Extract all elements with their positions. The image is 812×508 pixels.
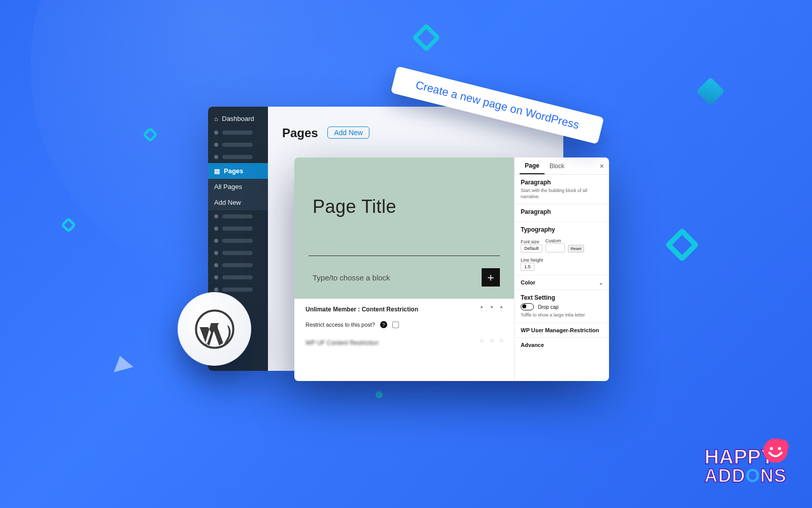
- sidebar-item-placeholder[interactable]: [208, 271, 268, 283]
- brand-line2: ADDONS: [704, 465, 787, 487]
- editor-main: Page Title Type/to chosse a block ＋ Unli…: [294, 157, 515, 381]
- drop-cap-label: Drop cap: [538, 304, 559, 310]
- metabox-controls: ˄ ˅ ˄: [475, 306, 503, 313]
- sidebar-item-dashboard[interactable]: ⌂ Dashboard: [208, 111, 268, 126]
- sidebar-item-placeholder[interactable]: [208, 126, 268, 139]
- metabox-title: Unlimate Member : Content Restriction: [306, 306, 418, 313]
- custom-label: Custom: [546, 238, 565, 243]
- reset-button[interactable]: Reset: [568, 245, 585, 252]
- restrict-checkbox[interactable]: [392, 322, 399, 328]
- chevron-down-icon[interactable]: ˅: [490, 306, 493, 313]
- lineheight-label: Line height: [521, 258, 603, 263]
- sidebar-label: Dashboard: [222, 115, 254, 122]
- section-heading: Advance: [521, 342, 544, 348]
- promo-canvas: ⌂ Dashboard ▤ Pages All Pages Add New Pa…: [0, 0, 812, 508]
- pages-icon: ▤: [214, 168, 220, 175]
- chevron-up-icon[interactable]: ˄: [480, 306, 483, 313]
- sidebar-item-placeholder[interactable]: [208, 235, 268, 247]
- font-size-select[interactable]: Default: [521, 244, 543, 252]
- close-icon[interactable]: ×: [600, 162, 604, 170]
- wordpress-logo-badge: [178, 292, 251, 366]
- section-heading: Color: [521, 279, 535, 285]
- section-advance[interactable]: Advance: [515, 338, 609, 352]
- plus-icon: ＋: [485, 270, 496, 285]
- restrict-access-row: Restrict access to this post? ?: [306, 321, 503, 328]
- metabox-ultimate-member[interactable]: Unlimate Member : Content Restriction ˄ …: [306, 306, 503, 313]
- sidebar-item-placeholder[interactable]: [208, 223, 268, 235]
- editor-hero: Page Title Type/to chosse a block ＋: [294, 157, 514, 299]
- section-color[interactable]: Color ⌄: [515, 275, 609, 290]
- section-heading: Text Setting: [521, 294, 603, 301]
- help-icon[interactable]: ?: [380, 321, 387, 328]
- decor-diamond: [60, 217, 76, 233]
- sidebar-item-placeholder[interactable]: [208, 259, 268, 271]
- add-block-button[interactable]: ＋: [482, 268, 500, 287]
- drop-cap-toggle[interactable]: [521, 303, 534, 310]
- sidebar-sub-all-pages[interactable]: All Pages: [208, 179, 268, 195]
- decor-diamond: [665, 228, 699, 262]
- sidebar-sub-add-new[interactable]: Add New: [208, 195, 268, 210]
- section-typography: Typography Font size Default Custom Rese…: [515, 222, 609, 275]
- section-heading: Paragraph: [521, 208, 603, 215]
- chevron-up-icon[interactable]: ˄: [480, 339, 483, 346]
- chevron-down-icon[interactable]: ˅: [490, 339, 493, 346]
- section-sub: Start with the building block of all nar…: [521, 188, 603, 200]
- section-text-setting: Text Setting Drop cap Toffle to show a l…: [515, 290, 609, 323]
- wordpress-icon: [194, 309, 235, 350]
- chevron-up-icon[interactable]: ˄: [500, 306, 503, 313]
- happy-face-icon: [760, 434, 791, 465]
- page-heading: Pages: [282, 126, 318, 140]
- sidebar-item-pages[interactable]: ▤ Pages: [208, 163, 268, 179]
- metabox-wpuf[interactable]: WP UF Content Restriction ˄ ˅ ˄: [306, 339, 503, 346]
- custom-size-input[interactable]: [546, 243, 565, 252]
- decor-dot: [376, 391, 383, 398]
- add-new-button[interactable]: Add New: [327, 126, 369, 139]
- tab-page[interactable]: Page: [520, 157, 545, 174]
- metabox-area: Unlimate Member : Content Restriction ˄ …: [294, 299, 514, 351]
- block-editor-window: Page Title Type/to chosse a block ＋ Unli…: [294, 157, 609, 381]
- metabox-controls: ˄ ˅ ˄: [475, 339, 503, 346]
- section-wp-user-manager[interactable]: WP User Manager-Restriction: [515, 323, 609, 338]
- lineheight-input[interactable]: 1.5: [521, 263, 534, 271]
- sidebar-item-placeholder[interactable]: [208, 151, 268, 163]
- section-heading: Paragraph: [521, 179, 603, 186]
- drop-cap-help: Toffle to show a large intia letter: [521, 312, 603, 319]
- inspector-tabs: Page Block ×: [515, 157, 609, 175]
- block-prompt[interactable]: Type/to chosse a block ＋: [294, 256, 514, 299]
- sidebar-item-placeholder[interactable]: [208, 210, 268, 223]
- sidebar-item-placeholder[interactable]: [208, 139, 268, 151]
- section-heading: WP User Manager-Restriction: [521, 327, 599, 333]
- page-title-input[interactable]: Page Title: [294, 157, 514, 256]
- sidebar-label: Pages: [224, 167, 243, 175]
- section-paragraph2: Paragraph: [515, 204, 609, 222]
- sidebar-item-placeholder[interactable]: [208, 247, 268, 259]
- font-size-label: Font size: [521, 239, 543, 244]
- section-heading: Typography: [521, 226, 603, 233]
- inspector-panel: Page Block × Paragraph Start with the bu…: [515, 157, 609, 381]
- decor-triangle: [110, 353, 133, 372]
- chevron-down-icon: ⌄: [599, 280, 603, 285]
- svg-point-3: [778, 447, 781, 450]
- metabox-title: WP UF Content Restriction: [306, 339, 379, 346]
- dashboard-icon: ⌂: [214, 115, 218, 122]
- svg-point-2: [770, 447, 773, 450]
- chevron-up-icon[interactable]: ˄: [500, 339, 503, 346]
- restrict-label: Restrict access to this post?: [306, 322, 375, 328]
- block-prompt-text: Type/to chosse a block: [313, 273, 390, 282]
- tab-block[interactable]: Block: [545, 157, 569, 174]
- decor-diamond-solid: [696, 77, 725, 106]
- happy-addons-logo: HAPPY ADDONS: [704, 446, 787, 487]
- section-paragraph: Paragraph Start with the building block …: [515, 175, 609, 204]
